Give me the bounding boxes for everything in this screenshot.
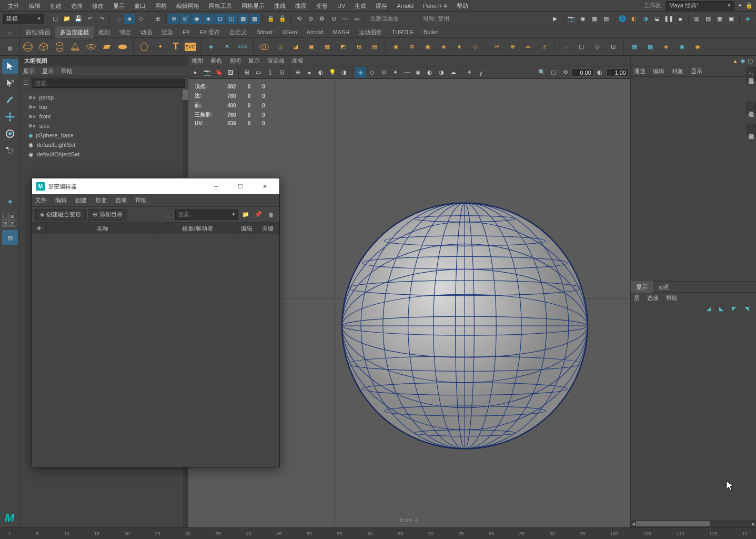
ipr-icon[interactable]: ◉ <box>578 14 588 24</box>
undo-icon[interactable]: ↶ <box>85 14 95 24</box>
outliner-menu-item[interactable]: 展示 <box>23 67 35 75</box>
menu-item[interactable]: 网格显示 <box>237 0 269 12</box>
panel4-icon[interactable]: ▣ <box>726 14 737 24</box>
menu-item[interactable]: 生成 <box>350 0 371 12</box>
dialog-titlebar[interactable]: M 形变编辑器 ─ ☐ ✕ <box>32 178 279 194</box>
shelf-menu-icon[interactable]: ≡ <box>5 28 15 39</box>
render-settings-icon[interactable]: ◐ <box>629 14 639 24</box>
outliner-menu-item[interactable]: 显示 <box>42 67 54 75</box>
lasso-tool[interactable] <box>2 76 18 91</box>
quad-draw-icon[interactable]: ⊡ <box>606 40 620 54</box>
shelf-tab[interactable]: Bifrost <box>251 26 277 38</box>
cube-icon[interactable]: ◈ <box>742 14 753 24</box>
layer-sel-icon[interactable]: ◥ <box>744 305 753 314</box>
dialog-body[interactable] <box>32 234 279 467</box>
uv4-icon[interactable]: ▣ <box>675 40 689 54</box>
snap-view-icon[interactable]: ⊡ <box>215 14 225 24</box>
curve-icon[interactable]: 〰 <box>340 14 350 24</box>
platonic-icon[interactable] <box>137 40 151 54</box>
soft-mod-icon[interactable]: ✕ <box>220 40 234 54</box>
add-target-button[interactable]: ⊕添加目标 <box>88 209 127 221</box>
snap-edge-icon[interactable]: ▦ <box>238 14 248 24</box>
add-icon[interactable]: 📁 <box>240 209 251 220</box>
tree-item[interactable]: ◉defaultObjectSet <box>20 149 188 159</box>
vis-column[interactable]: 👁 <box>32 223 47 234</box>
select-icon[interactable]: ⬚ <box>113 14 123 24</box>
light-editor-icon[interactable]: ◒ <box>652 14 662 24</box>
shelf-tab[interactable]: 动画 <box>136 26 157 38</box>
mode-selector[interactable]: 建模▼ <box>3 14 44 24</box>
smooth-icon[interactable]: ◉ <box>389 40 403 54</box>
merge-icon[interactable]: ◈ <box>437 40 450 54</box>
svg-icon[interactable]: SVG <box>185 43 196 51</box>
extrude-icon[interactable]: ▣ <box>305 40 318 54</box>
shelf-tab[interactable]: MASH <box>328 26 354 38</box>
vp-isolate-icon[interactable]: ◈ <box>355 67 366 78</box>
layout-icon[interactable]: ▢ <box>748 57 753 64</box>
surface-icon[interactable]: ▭ <box>351 14 362 24</box>
menu-item[interactable]: Arnold <box>392 0 418 12</box>
save-icon[interactable]: 💾 <box>73 14 84 24</box>
menu-item[interactable]: 窗口 <box>129 0 150 12</box>
edit-column[interactable]: 编辑 <box>237 223 256 234</box>
construction-icon[interactable]: ⚙ <box>317 14 327 24</box>
snap-plane-icon[interactable]: ◈ <box>203 14 214 24</box>
layout-icon[interactable]: ◈ <box>2 194 18 208</box>
close-button[interactable]: ✕ <box>254 178 275 194</box>
boolean-icon[interactable]: ◪ <box>289 40 303 54</box>
layout-icon[interactable]: ▲ <box>732 58 738 64</box>
menu-item[interactable]: 曲线 <box>269 0 290 12</box>
dialog-search[interactable]: 搜索...▼ <box>175 209 238 220</box>
shelf-tab[interactable]: TURTLE <box>387 26 419 38</box>
torus-icon[interactable] <box>84 40 98 54</box>
workspace-selector[interactable]: Maya 经典* ▼ <box>666 1 734 11</box>
mirror-icon[interactable]: ⧉ <box>405 40 419 54</box>
vp-aa-icon[interactable]: ✦ <box>390 67 400 78</box>
modeling-toolkit-tab[interactable]: 建模工具包 <box>747 102 756 113</box>
new-icon[interactable]: ▢ <box>50 14 61 24</box>
vp-fog-icon[interactable]: ☁ <box>448 67 458 78</box>
menu-item[interactable]: 编辑网格 <box>172 0 204 12</box>
tree-item[interactable]: ■●side <box>20 121 188 131</box>
vp-ssr-icon[interactable]: ◑ <box>436 67 447 78</box>
sphere-icon[interactable] <box>21 40 35 54</box>
pin-icon[interactable]: 📌 <box>253 209 264 220</box>
duplicate-icon[interactable]: ▣ <box>421 40 435 54</box>
attribute-editor-tab[interactable]: 属性编辑器 <box>747 124 756 135</box>
layer-list[interactable] <box>631 316 756 520</box>
uv2-icon[interactable]: ▩ <box>643 40 657 54</box>
snap-icon[interactable]: ⊞ <box>152 14 163 24</box>
shelf-tab[interactable]: 雕刻 <box>94 26 115 38</box>
menu-item[interactable]: 编辑 <box>24 0 45 12</box>
freeze-icon[interactable]: 0,0,0 <box>236 40 249 54</box>
pause-icon[interactable]: ❚❚ <box>663 14 674 24</box>
snap-face-icon[interactable]: ▩ <box>249 14 260 24</box>
insert-edge-icon[interactable]: ═ <box>521 40 535 54</box>
crease-icon[interactable]: ▢ <box>574 40 588 54</box>
magnet-icon[interactable]: ⊙ <box>328 14 339 24</box>
scrollbar-horizontal[interactable]: ◀▶ <box>631 520 756 527</box>
channel-box-tab[interactable]: 通道盒/层编辑器 <box>747 67 756 81</box>
symmetry-status[interactable]: 对称: 禁用 <box>423 15 449 23</box>
history-off-icon[interactable]: ⊘ <box>305 14 316 24</box>
shelf-tab[interactable]: 渲染 <box>157 26 178 38</box>
menu-item[interactable]: 文件 <box>3 0 24 12</box>
anim-layers-tab[interactable]: 动画 <box>653 281 675 293</box>
vp-xray-icon[interactable]: ◇ <box>367 67 377 78</box>
cone-icon[interactable] <box>68 40 82 54</box>
vp-joint-icon[interactable]: ⊙ <box>378 67 389 78</box>
fill-icon[interactable]: ▤ <box>368 40 381 54</box>
outliner-search-input[interactable] <box>32 78 185 88</box>
unlock-icon[interactable]: 🔓 <box>277 14 288 24</box>
shelf-tab[interactable]: 多边形建模 <box>55 26 94 38</box>
select-hierarchy-icon[interactable]: ◇ <box>136 14 146 24</box>
vp-shadow-icon[interactable]: ◑ <box>339 67 349 78</box>
timeline[interactable]: 1510152025303540455055606570758085909510… <box>0 527 756 539</box>
stop-icon[interactable]: ■ <box>675 14 686 24</box>
uv3-icon[interactable]: ◈ <box>659 40 673 54</box>
layer-add-icon[interactable]: ◢ <box>707 305 715 314</box>
name-column[interactable]: 名称 <box>47 223 158 234</box>
layout-3[interactable]: ⊟ <box>2 220 9 227</box>
shelf-tab[interactable]: 绑定 <box>115 26 136 38</box>
vp-reset-icon[interactable]: ⟲ <box>560 67 570 78</box>
